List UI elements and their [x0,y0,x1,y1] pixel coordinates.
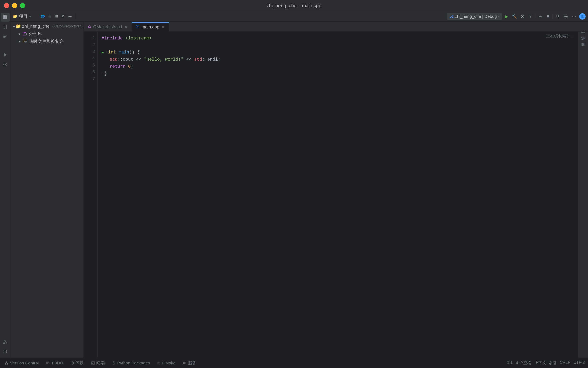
status-python-packages[interactable]: Python Packages [110,360,151,366]
activity-project-icon[interactable] [1,13,9,22]
tab-main-cpp[interactable]: C main.cpp ✕ [132,22,169,31]
tree-item-external-libs[interactable]: ▶ 外部库 [10,30,83,38]
tree-label-temp: 临时文件和控制台 [29,38,64,45]
debug-button[interactable] [519,13,526,20]
three-dot-menu-button[interactable]: ⋯ [570,13,578,20]
svg-point-22 [566,16,567,17]
svg-text:C: C [137,26,138,28]
attach-button[interactable] [537,13,544,20]
tree-item-project[interactable]: ▶ 📁 zhi_neng_che ~/CLionProjects/zhi_nen… [10,22,83,30]
code-line-3: ▶ ○ int main () { [102,49,574,56]
svg-line-21 [558,17,559,18]
run-dropdown-button[interactable]: ▾ [527,13,534,20]
status-utf[interactable]: UTF-8 [573,360,585,366]
sidebar-minus-btn[interactable]: — [67,13,73,19]
tree-label-external: 外部库 [29,31,42,37]
activity-run-icon[interactable] [1,50,9,59]
status-todo[interactable]: TODO [44,360,65,366]
svg-rect-6 [3,37,5,38]
svg-rect-1 [5,15,7,17]
svg-rect-43 [91,362,95,364]
status-services-label: 服务 [188,360,196,366]
sidebar-title-label: 项目 [19,13,28,19]
vcs-dropdown-icon: ▾ [498,14,500,18]
right-gutter: 结构 书签 通知 [578,32,588,368]
tab-bar: CMakeLists.txt ✕ C main.cpp ✕ [84,22,588,32]
token-include: #include [102,35,123,42]
sidebar-globe-btn[interactable]: 🌐 [40,13,46,19]
code-content[interactable]: #include <iostream> ▶ ○ int main [98,32,578,368]
project-tree: ▶ 📁 zhi_neng_che ~/CLionProjects/zhi_nen… [10,22,83,46]
line-num-6: 6 [84,69,95,76]
status-terminal-label: 终端 [97,360,105,366]
svg-point-32 [6,361,7,362]
svg-marker-29 [88,25,91,28]
svg-rect-4 [3,35,7,36]
svg-marker-7 [4,53,7,57]
tab-cmake[interactable]: CMakeLists.txt ✕ [84,22,132,31]
status-cmake[interactable]: CMake [155,360,177,366]
build-button[interactable]: 🔨 [511,13,518,20]
status-services[interactable]: 服务 [181,359,198,367]
fold-button-3[interactable]: ○ [105,50,107,55]
vcs-label: zhi_neng_che | Debug [455,14,497,19]
close-button[interactable] [4,3,9,8]
tree-path-project: ~/CLionProjects/zhi_neng_che [51,24,83,28]
gutter-label-structure[interactable]: 结构 [580,35,586,38]
gutter-label-notifications[interactable]: 通知 [580,48,586,51]
svg-point-9 [5,64,6,65]
sidebar-panel: ▶ 📁 zhi_neng_che ~/CLionProjects/zhi_nen… [10,22,84,368]
status-spaces[interactable]: 4 个空格 [516,360,531,366]
svg-point-20 [557,15,559,17]
svg-point-33 [5,363,6,364]
sidebar-list-btn[interactable]: ☰ [47,13,53,19]
svg-line-14 [5,341,6,343]
activity-bookmarks-icon[interactable] [1,22,9,31]
tree-arrow-temp: ▶ [18,39,22,44]
activity-debug-icon[interactable] [1,60,9,69]
maximize-button[interactable] [20,3,25,8]
svg-rect-0 [3,15,5,17]
fold-button-6[interactable]: ○ [102,71,104,76]
status-cursor-pos[interactable]: 1:1 [507,360,513,366]
toolbar-sep2 [553,14,553,19]
sidebar-collapse-btn[interactable]: ⊟ [53,13,59,19]
run-arrow-icon[interactable]: ▶ [102,50,104,55]
status-cmake-label: CMake [162,361,176,365]
minimize-button[interactable] [12,3,17,8]
main-tab-close[interactable]: ✕ [161,25,165,29]
status-vc-label: Version Control [10,361,39,365]
status-terminal[interactable]: 终端 [90,359,106,367]
vcs-config-selector[interactable]: ⎇ zhi_neng_che | Debug ▾ [447,13,502,20]
user-avatar[interactable]: 👤 [579,13,586,20]
editor-info-text: 正在编制索引... [544,32,576,40]
svg-rect-5 [3,36,6,37]
sidebar-title-dropdown[interactable]: ▾ [29,14,31,19]
activity-git-icon[interactable] [1,338,9,346]
search-button[interactable] [554,13,562,20]
stop-button[interactable] [544,13,552,20]
sidebar-settings-btn[interactable]: ⚙ [60,13,66,19]
settings-button[interactable] [562,13,570,20]
token-iostream: <iostream> [125,35,152,42]
svg-point-46 [114,363,114,364]
code-line-1: #include <iostream> [102,35,574,42]
svg-line-35 [6,362,7,363]
status-problems[interactable]: 问题 [69,359,86,367]
svg-line-36 [7,362,8,363]
status-crlf[interactable]: CRLF [560,360,570,366]
gutter-label-bookmarks[interactable]: 书签 [580,41,586,45]
activity-database-icon[interactable] [1,347,9,356]
line-num-4: 4 [84,55,95,62]
svg-marker-47 [158,362,160,364]
tree-item-temp[interactable]: ▶ 临时文件和控制台 [10,38,83,45]
status-version-control[interactable]: Version Control [3,360,40,366]
code-line-7 [102,77,574,84]
run-button[interactable]: ▶ [503,13,510,20]
svg-point-11 [3,343,5,344]
line-num-7: 7 [84,76,95,83]
cmake-tab-icon [88,25,91,29]
cmake-tab-close[interactable]: ✕ [124,25,128,29]
line-num-5: 5 [84,62,95,69]
activity-structure-icon[interactable] [1,32,9,41]
